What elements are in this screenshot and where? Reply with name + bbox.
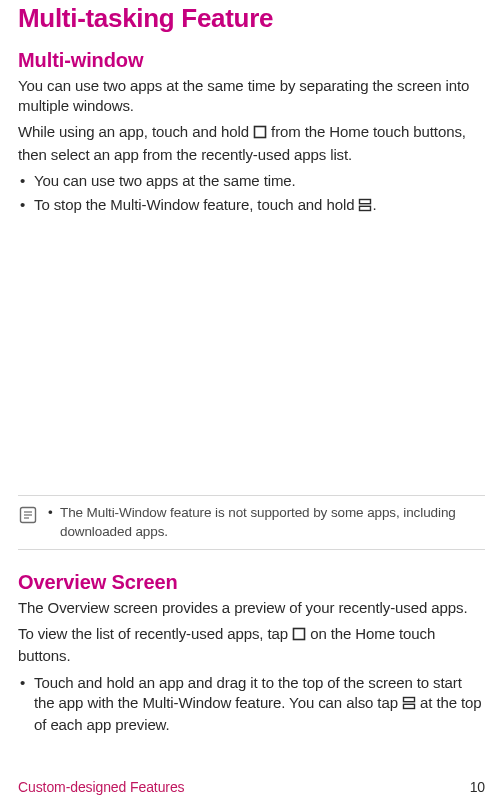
note-box: The Multi-Window feature is not supporte… bbox=[18, 495, 485, 549]
page-footer: Custom-designed Features 10 bbox=[18, 779, 485, 795]
text-run: Touch and hold an app and drag it to the… bbox=[34, 674, 462, 711]
paragraph: To view the list of recently-used apps, … bbox=[18, 624, 485, 667]
square-icon bbox=[292, 626, 306, 646]
bullet-list: Touch and hold an app and drag it to the… bbox=[18, 673, 485, 736]
svg-rect-9 bbox=[403, 704, 414, 708]
page-title: Multi-tasking Feature bbox=[18, 4, 485, 34]
list-item: Touch and hold an app and drag it to the… bbox=[18, 673, 485, 736]
svg-rect-2 bbox=[360, 206, 371, 210]
page-number: 10 bbox=[470, 779, 485, 795]
svg-rect-7 bbox=[294, 629, 305, 640]
paragraph: While using an app, touch and hold from … bbox=[18, 122, 485, 165]
text-run: While using an app, touch and hold bbox=[18, 123, 253, 140]
footer-section-label: Custom-designed Features bbox=[18, 779, 184, 795]
note-icon bbox=[18, 505, 38, 529]
svg-rect-8 bbox=[403, 697, 414, 701]
svg-rect-0 bbox=[255, 127, 266, 138]
list-item: To stop the Multi-Window feature, touch … bbox=[18, 195, 485, 217]
paragraph: The Overview screen provides a preview o… bbox=[18, 598, 485, 618]
section-heading-overview: Overview Screen bbox=[18, 570, 485, 594]
bullet-list: You can use two apps at the same time. T… bbox=[18, 171, 485, 218]
note-content: The Multi-Window feature is not supporte… bbox=[48, 504, 481, 540]
text-run: To view the list of recently-used apps, … bbox=[18, 625, 292, 642]
list-item: You can use two apps at the same time. bbox=[18, 171, 485, 191]
list-item: The Multi-Window feature is not supporte… bbox=[48, 504, 481, 540]
split-icon bbox=[358, 197, 372, 217]
text-run: To stop the Multi-Window feature, touch … bbox=[34, 196, 358, 213]
paragraph: You can use two apps at the same time by… bbox=[18, 76, 485, 117]
svg-rect-1 bbox=[360, 200, 371, 204]
split-icon bbox=[402, 695, 416, 715]
section-heading-multiwindow: Multi-window bbox=[18, 48, 485, 72]
text-run: . bbox=[372, 196, 376, 213]
square-icon bbox=[253, 124, 267, 144]
